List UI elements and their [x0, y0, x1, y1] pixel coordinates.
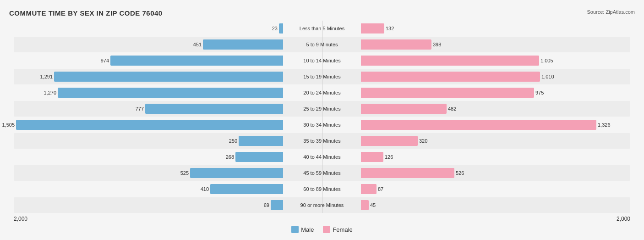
bar-male: 525	[190, 168, 283, 178]
bar-male: 1,291	[54, 72, 283, 82]
chart-source: Source: ZipAtlas.com	[587, 9, 635, 15]
bar-male: 1,270	[58, 88, 283, 98]
legend-female-label: Female	[333, 226, 352, 233]
bar-left-section: 250	[14, 136, 322, 146]
male-value: 69	[264, 202, 269, 208]
male-value: 525	[180, 170, 189, 176]
bar-male: 1,505	[16, 120, 283, 130]
female-value: 482	[448, 106, 456, 112]
male-value: 1,270	[44, 90, 56, 95]
bar-female: 132	[361, 23, 384, 33]
male-value: 268	[226, 154, 234, 160]
female-value: 526	[456, 170, 464, 176]
female-value: 1,326	[598, 122, 611, 128]
axis-right: 2,000	[617, 216, 630, 222]
bar-left-section: 1,270	[14, 88, 322, 98]
bar-male: 23	[279, 23, 283, 33]
female-value: 45	[370, 202, 376, 208]
bar-female: 87	[361, 184, 377, 194]
bar-right-section: 132	[322, 23, 630, 33]
center-line	[322, 21, 322, 213]
chart-title: COMMUTE TIME BY SEX IN ZIP CODE 76040	[9, 9, 163, 17]
bar-female: 1,326	[361, 120, 596, 130]
bar-female: 526	[361, 168, 454, 178]
bar-left-section: 974	[14, 56, 322, 66]
bar-right-section: 320	[322, 136, 630, 146]
bar-female: 126	[361, 152, 383, 162]
chart-container: COMMUTE TIME BY SEX IN ZIP CODE 76040 So…	[9, 5, 635, 238]
bar-left-section: 410	[14, 184, 322, 194]
bar-right-section: 975	[322, 88, 630, 98]
legend-male-label: Male	[301, 226, 314, 233]
male-value: 23	[272, 26, 278, 31]
female-value: 87	[378, 186, 383, 192]
female-value: 1,005	[540, 58, 553, 63]
bar-left-section: 23	[14, 23, 322, 33]
bar-right-section: 45	[322, 200, 630, 210]
bar-male: 69	[271, 200, 283, 210]
bar-left-section: 525	[14, 168, 322, 178]
bar-right-section: 1,326	[322, 120, 630, 130]
bar-right-section: 1,005	[322, 56, 630, 66]
bar-female: 1,010	[361, 72, 540, 82]
axis-labels: 2,000 2,000	[14, 216, 630, 222]
male-value: 1,291	[40, 74, 53, 79]
bar-right-section: 482	[322, 104, 630, 114]
female-value: 1,010	[541, 74, 554, 79]
axis-left: 2,000	[14, 216, 27, 222]
chart-header: COMMUTE TIME BY SEX IN ZIP CODE 76040 So…	[9, 9, 635, 17]
bar-left-section: 268	[14, 152, 322, 162]
bar-right-section: 398	[322, 39, 630, 50]
chart-area: 23 Less than 5 Minutes 132 451 5 to 9 Mi…	[9, 21, 635, 222]
legend-female-box	[323, 226, 330, 233]
bar-male: 410	[210, 184, 283, 194]
bar-left-section: 1,505	[14, 120, 322, 130]
legend-female: Female	[323, 226, 352, 233]
bar-left-section: 777	[14, 104, 322, 114]
bar-left-section: 69	[14, 200, 322, 210]
male-value: 250	[229, 138, 237, 144]
female-value: 132	[386, 26, 394, 31]
female-value: 398	[433, 42, 441, 47]
bar-female: 320	[361, 136, 418, 146]
male-value: 974	[101, 58, 109, 63]
bar-left-section: 451	[14, 39, 322, 50]
bar-right-section: 1,010	[322, 72, 630, 82]
legend-male: Male	[291, 226, 314, 233]
bar-male: 268	[235, 152, 283, 162]
male-value: 410	[201, 186, 209, 192]
male-value: 777	[136, 106, 144, 112]
bar-male: 451	[203, 39, 283, 50]
legend-male-box	[291, 226, 299, 233]
bar-right-section: 126	[322, 152, 630, 162]
bar-female: 45	[361, 200, 369, 210]
female-value: 975	[535, 90, 544, 95]
female-value: 126	[385, 154, 393, 160]
female-value: 320	[419, 138, 427, 144]
bar-female: 1,005	[361, 56, 539, 66]
bar-right-section: 87	[322, 184, 630, 194]
male-value: 451	[193, 42, 202, 47]
bar-left-section: 1,291	[14, 72, 322, 82]
bar-female: 975	[361, 88, 534, 98]
bar-right-section: 526	[322, 168, 630, 178]
legend: Male Female	[9, 226, 635, 233]
rows-wrapper: 23 Less than 5 Minutes 132 451 5 to 9 Mi…	[14, 21, 630, 213]
male-value: 1,505	[2, 122, 15, 128]
bar-male: 974	[110, 56, 283, 66]
bar-female: 398	[361, 39, 431, 50]
bar-female: 482	[361, 104, 447, 114]
bar-male: 777	[145, 104, 283, 114]
bar-male: 250	[239, 136, 283, 146]
